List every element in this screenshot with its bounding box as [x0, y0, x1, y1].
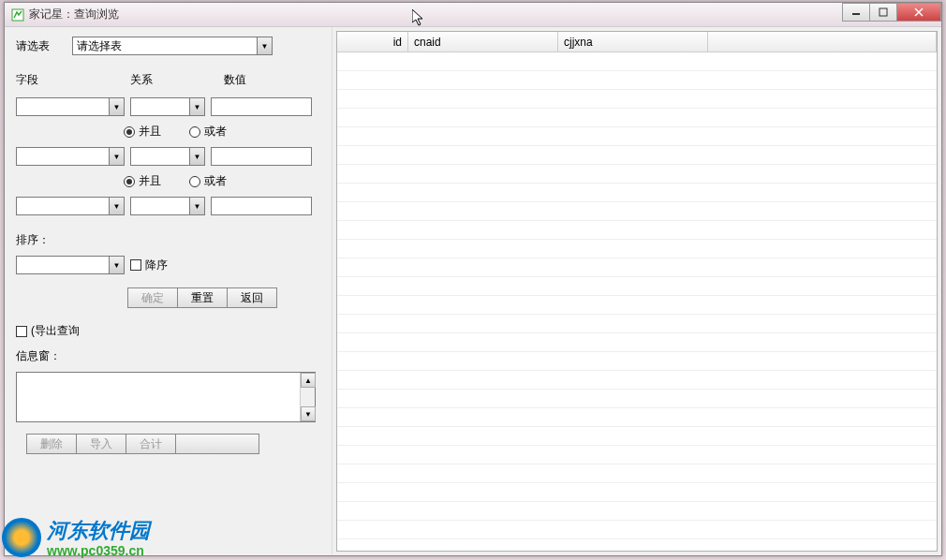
results-grid[interactable]: id cnaid cjjxna	[336, 31, 938, 552]
table-row[interactable]	[337, 240, 937, 258]
ok-button[interactable]: 确定	[127, 287, 178, 308]
grid-col-empty[interactable]	[708, 32, 937, 52]
and-radio-1[interactable]: 并且	[124, 124, 161, 140]
value-input-1[interactable]	[211, 97, 312, 116]
scroll-down-icon[interactable]: ▼	[301, 406, 316, 421]
chevron-down-icon: ▼	[109, 198, 124, 214]
results-panel: id cnaid cjjxna	[333, 27, 941, 555]
value-input-3[interactable]	[211, 197, 312, 215]
relation-combo-2[interactable]: ▼	[130, 147, 205, 166]
svg-rect-1	[852, 13, 860, 15]
select-table-combo[interactable]: 请选择表 ▼	[72, 37, 273, 55]
back-button[interactable]: 返回	[227, 287, 277, 308]
import-button[interactable]: 导入	[76, 434, 126, 454]
desc-checkbox[interactable]: 降序	[130, 258, 168, 273]
relation-header-label: 关系	[130, 72, 224, 88]
table-row[interactable]	[337, 502, 937, 521]
blank-button[interactable]	[175, 434, 259, 454]
field-combo-2[interactable]: ▼	[16, 147, 125, 166]
table-row[interactable]	[337, 390, 937, 408]
chevron-down-icon: ▼	[189, 98, 204, 115]
table-row[interactable]	[337, 127, 937, 146]
relation-combo-3[interactable]: ▼	[130, 197, 205, 215]
table-row[interactable]	[337, 258, 937, 277]
titlebar[interactable]: 家记星：查询浏览	[5, 3, 941, 27]
select-table-value: 请选择表	[77, 38, 122, 54]
table-row[interactable]	[337, 221, 937, 240]
field-header-label: 字段	[16, 72, 130, 88]
table-row[interactable]	[337, 371, 937, 390]
chevron-down-icon: ▼	[189, 198, 204, 214]
table-row[interactable]	[337, 333, 937, 352]
value-input-2[interactable]	[211, 147, 312, 166]
chevron-down-icon: ▼	[109, 257, 124, 273]
table-row[interactable]	[337, 90, 937, 109]
delete-button[interactable]: 删除	[26, 434, 77, 454]
table-row[interactable]	[337, 202, 937, 221]
sort-label: 排序：	[16, 232, 50, 248]
svg-rect-0	[12, 9, 23, 21]
table-row[interactable]	[337, 146, 937, 165]
select-table-label: 请选表	[16, 38, 72, 54]
table-row[interactable]	[337, 184, 937, 202]
sort-combo[interactable]: ▼	[16, 256, 125, 274]
window-title: 家记星：查询浏览	[29, 7, 119, 22]
app-icon	[10, 7, 25, 22]
grid-col-id[interactable]: id	[337, 32, 408, 52]
table-row[interactable]	[337, 52, 937, 71]
message-textarea[interactable]: ▲ ▼	[16, 372, 316, 422]
table-row[interactable]	[337, 165, 937, 184]
minimize-button[interactable]	[842, 3, 870, 22]
grid-body	[337, 52, 937, 551]
scrollbar[interactable]: ▲ ▼	[300, 373, 315, 421]
chevron-down-icon: ▼	[109, 98, 124, 115]
scroll-up-icon[interactable]: ▲	[301, 373, 316, 388]
svg-rect-2	[879, 8, 887, 16]
query-panel: 请选表 请选择表 ▼ 字段 关系 数值 ▼ ▼ 并且 或者	[5, 27, 333, 555]
table-row[interactable]	[337, 427, 937, 446]
table-row[interactable]	[337, 109, 937, 127]
table-row[interactable]	[337, 483, 937, 502]
grid-col-cjjxna[interactable]: cjjxna	[558, 32, 708, 52]
chevron-down-icon: ▼	[109, 148, 124, 165]
or-radio-1[interactable]: 或者	[189, 124, 227, 140]
chevron-down-icon: ▼	[189, 148, 204, 165]
grid-col-cnaid[interactable]: cnaid	[408, 32, 558, 52]
table-row[interactable]	[337, 464, 937, 483]
total-button[interactable]: 合计	[126, 434, 176, 454]
chevron-down-icon: ▼	[257, 37, 272, 54]
table-row[interactable]	[337, 277, 937, 296]
table-row[interactable]	[337, 71, 937, 90]
field-combo-3[interactable]: ▼	[16, 197, 125, 215]
msg-label: 信息窗：	[16, 348, 61, 364]
maximize-button[interactable]	[869, 3, 897, 22]
table-row[interactable]	[337, 296, 937, 315]
table-row[interactable]	[337, 446, 937, 464]
table-row[interactable]	[337, 521, 937, 539]
close-button[interactable]	[896, 3, 941, 22]
or-radio-2[interactable]: 或者	[189, 173, 227, 189]
and-radio-2[interactable]: 并且	[124, 173, 161, 189]
reset-button[interactable]: 重置	[177, 287, 228, 308]
field-combo-1[interactable]: ▼	[16, 97, 125, 116]
main-window: 家记星：查询浏览 请选表 请选择表 ▼ 字段 关系 数值 ▼	[4, 2, 942, 556]
table-row[interactable]	[337, 408, 937, 427]
grid-header: id cnaid cjjxna	[337, 32, 937, 52]
export-checkbox[interactable]: (导出查询	[16, 323, 80, 339]
value-header-label: 数值	[224, 72, 246, 88]
table-row[interactable]	[337, 352, 937, 371]
table-row[interactable]	[337, 315, 937, 333]
relation-combo-1[interactable]: ▼	[130, 97, 205, 116]
